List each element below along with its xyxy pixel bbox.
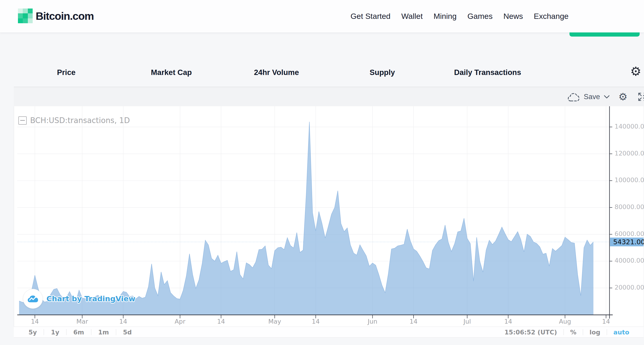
tab-24hr-volume[interactable]: 24hr Volume	[254, 68, 299, 77]
current-value-badge: 54321.00	[610, 238, 644, 246]
x-axis-label: 14	[217, 318, 225, 325]
mode-button-[interactable]: %	[564, 329, 583, 336]
logo-tile	[28, 13, 33, 18]
nav-item-exchange[interactable]: Exchange	[534, 12, 568, 21]
y-axis-label: 100000.00	[614, 176, 644, 184]
range-button-6m[interactable]: 6m	[66, 329, 91, 336]
chart-settings-gear-icon[interactable]: ⚙	[630, 65, 641, 78]
fullscreen-icon[interactable]	[637, 92, 644, 102]
bitcoin-com-logo[interactable]: Bitcoin.com	[18, 8, 94, 23]
mode-button-log[interactable]: log	[583, 329, 607, 336]
x-axis-label: Jul	[464, 318, 471, 325]
logo-tile	[28, 8, 33, 13]
toolbar-gear-icon[interactable]: ⚙	[618, 92, 628, 102]
y-axis-label: 40000.00	[614, 257, 644, 264]
bitcoin-com-charts-page: { "header": { "logo_text": "Bitcoin.com"…	[0, 0, 644, 345]
chevron-down-icon[interactable]	[604, 95, 610, 99]
range-button-1m[interactable]: 1m	[91, 329, 116, 336]
logo-tile	[23, 8, 28, 13]
collapse-legend-icon[interactable]	[18, 116, 27, 125]
nav-item-wallet[interactable]: Wallet	[401, 12, 423, 21]
main-nav: Get StartedWalletMiningGamesNewsExchange	[350, 0, 568, 32]
range-buttons: 5y1y6m1m5d	[22, 327, 139, 338]
series-legend-label: BCH:USD:transactions, 1D	[30, 116, 130, 125]
chart-tab-bar	[14, 32, 644, 87]
x-axis-label: Jun	[368, 318, 378, 325]
toolbar-right-group: Save ⚙	[567, 87, 644, 106]
y-axis-label: 140000.00	[614, 123, 644, 130]
chart-bottom-toolbar: 5y1y6m1m5d 15:06:52 (UTC) %logauto	[14, 326, 644, 338]
logo-tile	[23, 13, 28, 18]
x-axis-label: 14	[312, 318, 320, 325]
partially-hidden-cta-button[interactable]	[570, 32, 640, 36]
y-axis-label: 80000.00	[614, 203, 644, 210]
nav-item-get-started[interactable]: Get Started	[350, 12, 390, 21]
tradingview-toolbar: Save ⚙	[14, 87, 644, 106]
save-button[interactable]: Save	[584, 93, 600, 101]
axis-mode-buttons: 15:06:52 (UTC) %logauto	[504, 327, 636, 338]
nav-item-news[interactable]: News	[504, 12, 523, 21]
y-axis-label: 60000.00	[614, 230, 644, 237]
screenshot-cloud-icon[interactable]	[567, 92, 580, 102]
tab-market-cap[interactable]: Market Cap	[151, 68, 192, 77]
utc-clock[interactable]: 15:06:52 (UTC)	[504, 329, 564, 336]
tradingview-watermark-link[interactable]: Chart by TradingView	[46, 294, 136, 303]
range-button-5y[interactable]: 5y	[22, 329, 44, 336]
mode-button-auto[interactable]: auto	[607, 329, 636, 336]
logo-tile	[18, 18, 23, 23]
tradingview-watermark: Chart by TradingView	[23, 289, 136, 309]
x-axis-label: 14	[31, 318, 39, 325]
nav-item-games[interactable]: Games	[467, 12, 493, 21]
x-axis-label: 14	[504, 318, 512, 325]
x-axis-label: 14	[119, 318, 127, 325]
logo-tile	[18, 13, 23, 18]
tab-supply[interactable]: Supply	[370, 68, 395, 77]
logo-tile	[28, 18, 33, 23]
tab-price[interactable]: Price	[57, 68, 76, 77]
x-axis-label: 14	[410, 318, 418, 325]
logo-tile	[18, 8, 23, 13]
series-legend: BCH:USD:transactions, 1D	[18, 116, 130, 125]
range-button-1y[interactable]: 1y	[44, 329, 66, 336]
logo-tile	[23, 18, 28, 23]
x-axis-label: Aug	[559, 318, 571, 325]
x-axis-label: May	[268, 318, 281, 325]
x-axis-label: 14	[602, 318, 610, 325]
nav-item-mining[interactable]: Mining	[434, 12, 456, 21]
logo-text: Bitcoin.com	[36, 10, 94, 22]
tab-daily-transactions[interactable]: Daily Transactions	[454, 68, 521, 77]
y-axis-label: 20000.00	[614, 284, 644, 291]
site-header: Bitcoin.com Get StartedWalletMiningGames…	[0, 0, 644, 33]
tradingview-logo-icon[interactable]	[23, 289, 43, 309]
x-axis-label: Apr	[174, 318, 186, 325]
x-axis-label: Mar	[76, 318, 88, 325]
range-button-5d[interactable]: 5d	[116, 329, 139, 336]
bitcoin-com-logo-icon	[18, 8, 33, 23]
y-axis-label: 120000.00	[614, 150, 644, 157]
